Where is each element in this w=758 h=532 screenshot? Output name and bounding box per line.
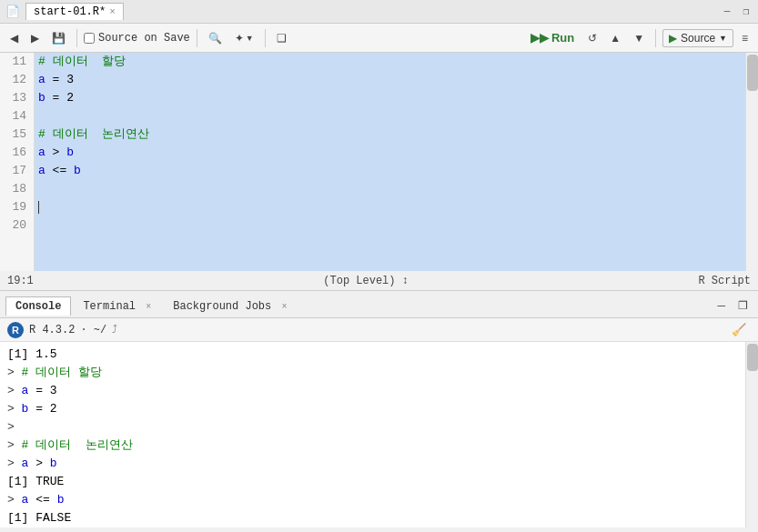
code-line-15: # 데이터 논리연산 [38,125,742,144]
code-line-19 [38,198,742,216]
console-clear-btn[interactable]: 🧹 [727,320,751,339]
code-editor[interactable]: # 데이터 할당 a = 3 b = 2 # 데이터 논리연산 a > b a … [35,53,745,271]
cursor [38,201,39,214]
save-icon: 💾 [52,32,66,45]
scroll-up-button[interactable]: ▲ [605,29,625,47]
file-tab[interactable]: start-01.R* × [25,3,124,20]
tab-terminal[interactable]: Terminal × [73,296,161,316]
tab-console-label: Console [15,300,61,313]
run-button[interactable]: ▶▶ Run [525,29,580,46]
save-button[interactable]: 💾 [47,29,70,47]
line-numbers: 11 12 13 14 15 16 17 18 19 20 [0,53,35,271]
menu-icon: ≡ [742,32,748,45]
bottom-panel: Console Terminal × Background Jobs × ─ ❐… [0,291,758,527]
editor-toolbar: ◀ ▶ 💾 Source on Save 🔍 ✦ ▼ ❑ ▶▶ Run ↺ ▲ … [0,24,758,53]
console-container: [1] 1.5 > # 데이터 할당 > a = 3 > b = 2 > > #… [0,342,758,527]
r-icon: R [7,322,24,338]
source-arrow-icon: ▶ [669,32,677,45]
r-path: · ~/ [80,324,106,336]
wand-dropdown-icon: ▼ [246,34,254,43]
rerun-button[interactable]: ↺ [583,29,601,47]
editor-inner[interactable]: 11 12 13 14 15 16 17 18 19 20 # 데이터 할당 a… [0,53,745,271]
back-button[interactable]: ◀ [5,29,23,47]
cursor-position: 19:1 [7,275,34,287]
find-icon: 🔍 [208,32,222,45]
tab-terminal-label: Terminal [83,300,136,313]
title-bar: 📄 start-01.R* × ─ ❐ [0,0,758,24]
file-type: R Script [698,275,751,287]
forward-icon: ▶ [31,32,39,45]
toolbar-separator-1 [76,29,77,47]
run-icon: ▶▶ [531,31,549,45]
tab-terminal-close[interactable]: × [146,302,151,312]
r-file-icon: 📄 [5,5,20,19]
console-scrollbar[interactable] [745,342,758,527]
panel-minimize-btn[interactable]: ─ [713,296,730,315]
code-line-14 [38,107,742,125]
code-line-12: a = 3 [38,71,742,89]
console-line-1: [1] 1.5 [7,346,738,364]
wand-icon: ✦ [235,32,244,45]
code-line-11: # 데이터 할당 [38,53,742,71]
file-tab-close[interactable]: × [109,6,116,17]
code-line-18 [38,180,742,198]
tab-background-jobs-label: Background Jobs [173,300,271,313]
file-tab-label: start-01.R* [34,5,106,18]
scope-indicator: (Top Level) ↕ [323,275,409,287]
code-line-16: a > b [38,144,742,162]
console-line-10: [1] FALSE [7,509,738,527]
source-on-save-checkbox[interactable] [84,33,95,44]
menu-button[interactable]: ≡ [737,29,753,47]
console-line-6: > # 데이터 논리연산 [7,437,738,455]
console-line-5: > [7,418,738,437]
toolbar-separator-2 [197,29,197,47]
toolbar-separator-4 [655,29,656,47]
panel-maximize-btn[interactable]: ❐ [733,296,753,315]
down-arrow-icon: ▼ [633,32,644,45]
r-link-icon: ⤴ [112,323,117,336]
console-header: R R 4.3.2 · ~/ ⤴ 🧹 [0,318,758,342]
toolbar-separator-3 [265,29,266,47]
scroll-down-button[interactable]: ▼ [629,29,649,47]
pages-button[interactable]: ❑ [272,29,291,47]
source-on-save-label: Source on Save [98,32,190,45]
console-output[interactable]: [1] 1.5 > # 데이터 할당 > a = 3 > b = 2 > > #… [0,342,745,527]
console-line-8: [1] TRUE [7,473,738,491]
tab-console[interactable]: Console [5,296,71,316]
r-version: R 4.3.2 [29,324,75,336]
code-line-17: a <= b [38,162,742,180]
back-icon: ◀ [10,32,18,45]
source-button[interactable]: ▶ Source ▼ [662,29,733,47]
rerun-icon: ↺ [588,32,597,45]
console-line-4: > b = 2 [7,400,738,418]
win-restore-btn[interactable]: ❐ [739,5,753,18]
find-button[interactable]: 🔍 [204,29,227,47]
editor-scrollbar[interactable] [745,53,758,271]
source-dropdown-icon: ▼ [719,34,727,43]
console-line-2: > # 데이터 할당 [7,364,738,382]
source-label: Source [681,32,715,45]
wand-button[interactable]: ✦ ▼ [230,29,258,47]
up-arrow-icon: ▲ [610,32,621,45]
code-line-13: b = 2 [38,89,742,107]
console-line-7: > a > b [7,455,738,473]
editor-area: 11 12 13 14 15 16 17 18 19 20 # 데이터 할당 a… [0,53,758,271]
broom-icon: 🧹 [732,323,746,336]
console-line-9: > a <= b [7,491,738,509]
code-line-20 [38,216,742,235]
panel-tabs: Console Terminal × Background Jobs × ─ ❐ [0,291,758,318]
pages-icon: ❑ [277,32,287,45]
editor-status-bar: 19:1 (Top Level) ↕ R Script [0,271,758,291]
tab-background-jobs[interactable]: Background Jobs × [163,296,297,316]
win-minimize-btn[interactable]: ─ [721,5,734,18]
panel-icons: ─ ❐ [713,296,753,315]
console-line-3: > a = 3 [7,382,738,400]
run-label: Run [551,31,574,45]
forward-button[interactable]: ▶ [26,29,44,47]
tab-background-jobs-close[interactable]: × [281,302,287,312]
